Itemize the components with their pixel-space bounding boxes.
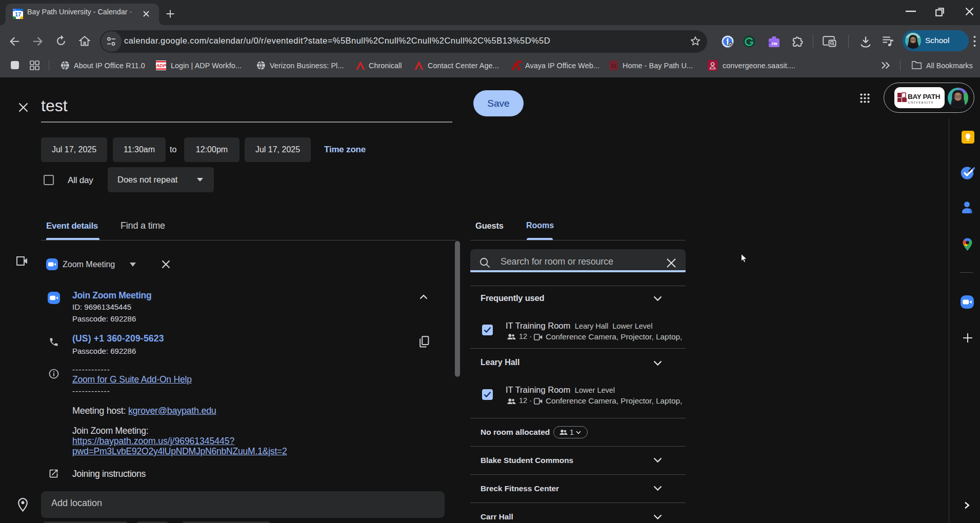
svg-text:P: P [902, 93, 905, 98]
svg-text:UNIVERSITY: UNIVERSITY [908, 100, 934, 104]
svg-text:rw: rw [771, 41, 777, 46]
svg-text:BAY PATH: BAY PATH [908, 93, 940, 100]
svg-text:ADP: ADP [156, 63, 166, 68]
svg-text:17: 17 [15, 11, 21, 17]
svg-text:12: 12 [611, 63, 617, 69]
